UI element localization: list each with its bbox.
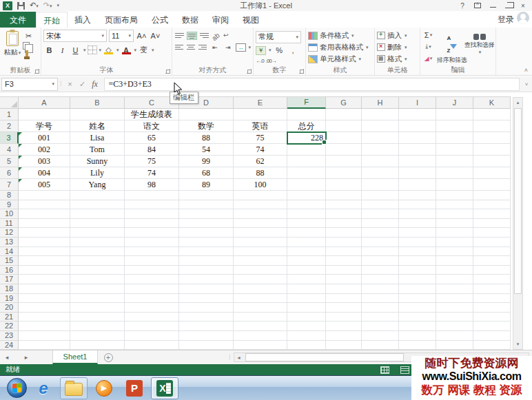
- cell-G20[interactable]: [326, 303, 362, 313]
- row-header-23[interactable]: 23: [0, 331, 19, 341]
- cell-E15[interactable]: [234, 256, 287, 266]
- cell-H6[interactable]: [362, 167, 399, 179]
- cell-I2[interactable]: [399, 120, 436, 132]
- cell-H18[interactable]: [362, 284, 399, 294]
- cell-A17[interactable]: [19, 275, 70, 284]
- cell-I5[interactable]: [399, 156, 436, 167]
- cell-H17[interactable]: [362, 275, 399, 284]
- ribbon-display-button[interactable]: [470, 1, 485, 11]
- cell-H15[interactable]: [362, 256, 399, 266]
- add-sheet-button[interactable]: +: [98, 350, 119, 364]
- cell-C17[interactable]: [125, 275, 179, 284]
- cell-G4[interactable]: [326, 144, 362, 156]
- cell-E2[interactable]: 英语: [234, 120, 287, 132]
- cell-A7[interactable]: 005: [19, 179, 70, 191]
- cell-C12[interactable]: [125, 228, 179, 238]
- cell-J13[interactable]: [436, 238, 473, 247]
- cell-D20[interactable]: [179, 303, 234, 313]
- cell-D24[interactable]: [179, 341, 234, 350]
- cell-J10[interactable]: [436, 209, 473, 219]
- column-header-I[interactable]: I: [399, 97, 436, 109]
- cell-D19[interactable]: [179, 294, 234, 304]
- cell-C5[interactable]: 75: [125, 156, 179, 167]
- increase-indent-button[interactable]: ⇥: [223, 42, 234, 52]
- cell-J5[interactable]: [436, 156, 473, 167]
- row-header-14[interactable]: 14: [0, 247, 19, 257]
- cell-F17[interactable]: [287, 275, 326, 284]
- cell-K4[interactable]: [473, 144, 511, 156]
- percent-button[interactable]: %: [274, 45, 285, 56]
- cell-E24[interactable]: [234, 341, 287, 350]
- cell-D1[interactable]: [179, 109, 234, 120]
- cell-G1[interactable]: [326, 109, 362, 120]
- cell-H3[interactable]: [362, 132, 399, 144]
- cell-F6[interactable]: [287, 167, 326, 179]
- cell-C22[interactable]: [125, 322, 179, 331]
- cell-E20[interactable]: [234, 303, 287, 313]
- insert-cells-button[interactable]: 插入▾: [377, 30, 418, 41]
- cell-J18[interactable]: [436, 284, 473, 294]
- align-left-button[interactable]: [174, 43, 184, 52]
- cell-F1[interactable]: [287, 109, 326, 120]
- cell-F23[interactable]: [287, 331, 326, 341]
- cell-G12[interactable]: [326, 228, 362, 238]
- cell-F5[interactable]: [287, 156, 326, 167]
- cell-J16[interactable]: [436, 266, 473, 275]
- cell-A8[interactable]: [19, 191, 70, 200]
- column-header-H[interactable]: H: [362, 97, 399, 109]
- cell-K18[interactable]: [473, 284, 511, 294]
- cell-B4[interactable]: Tom: [70, 144, 125, 156]
- cell-K5[interactable]: [473, 156, 511, 167]
- cell-E21[interactable]: [234, 313, 287, 322]
- cell-G15[interactable]: [326, 256, 362, 266]
- cell-G9[interactable]: [326, 200, 362, 210]
- cell-C9[interactable]: [125, 200, 179, 210]
- cell-G6[interactable]: [326, 167, 362, 179]
- cell-F12[interactable]: [287, 228, 326, 238]
- cell-K24[interactable]: [473, 341, 511, 350]
- font-size-combo[interactable]: 11▾: [109, 30, 134, 42]
- cell-C6[interactable]: 74: [125, 167, 179, 179]
- cell-D16[interactable]: [179, 266, 234, 275]
- cell-F15[interactable]: [287, 256, 326, 266]
- insert-function-button[interactable]: fx: [89, 79, 101, 90]
- cell-E9[interactable]: [234, 200, 287, 210]
- cell-K13[interactable]: [473, 238, 511, 247]
- row-header-8[interactable]: 8: [0, 191, 19, 200]
- align-bottom-button[interactable]: [199, 32, 209, 40]
- conditional-formatting-button[interactable]: 条件格式▾: [308, 30, 372, 41]
- cell-H22[interactable]: [362, 322, 399, 331]
- format-cells-button[interactable]: 格式▾: [377, 53, 418, 65]
- cell-B12[interactable]: [70, 228, 125, 238]
- cell-E18[interactable]: [234, 284, 287, 294]
- cell-J17[interactable]: [436, 275, 473, 284]
- currency-button[interactable]: ￥: [256, 46, 266, 55]
- cell-styles-button[interactable]: 单元格样式▾: [308, 53, 372, 65]
- row-header-16[interactable]: 16: [0, 266, 19, 275]
- cell-A11[interactable]: [19, 219, 70, 229]
- vertical-scroll-thumb[interactable]: [514, 108, 522, 294]
- cell-J4[interactable]: [436, 144, 473, 156]
- cell-K11[interactable]: [473, 219, 511, 229]
- row-header-3[interactable]: 3: [0, 132, 19, 144]
- select-all-corner[interactable]: [0, 97, 19, 109]
- cell-B5[interactable]: Sunny: [70, 156, 125, 167]
- cell-D7[interactable]: 89: [179, 179, 234, 191]
- cell-E1[interactable]: [234, 109, 287, 120]
- cell-H9[interactable]: [362, 200, 399, 210]
- cell-J7[interactable]: [436, 179, 473, 191]
- view-page-layout-button[interactable]: [400, 366, 409, 374]
- cell-A6[interactable]: 004: [19, 167, 70, 179]
- cell-D10[interactable]: [179, 209, 234, 219]
- cell-K9[interactable]: [473, 200, 511, 210]
- cell-K7[interactable]: [473, 179, 511, 191]
- cell-J15[interactable]: [436, 256, 473, 266]
- horizontal-scroll-thumb[interactable]: [245, 353, 404, 361]
- cell-K12[interactable]: [473, 228, 511, 238]
- cell-A5[interactable]: 003: [19, 156, 70, 167]
- cell-E19[interactable]: [234, 294, 287, 304]
- cell-D21[interactable]: [179, 313, 234, 322]
- cell-A18[interactable]: [19, 284, 70, 294]
- align-center-button[interactable]: [186, 43, 196, 52]
- cell-I9[interactable]: [399, 200, 436, 210]
